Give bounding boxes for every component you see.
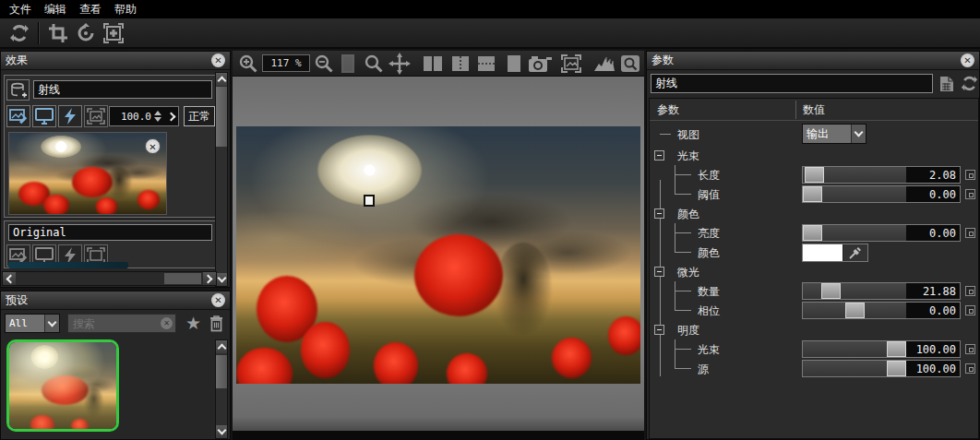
scroll-down-icon[interactable]: [216, 273, 227, 286]
length-slider[interactable]: 2.08: [802, 166, 961, 184]
scrollbar-thumb[interactable]: [216, 355, 227, 388]
collapse-icon[interactable]: [654, 150, 664, 161]
blend-mode-select[interactable]: 正常: [184, 106, 215, 126]
preview-image-icon[interactable]: [559, 53, 583, 75]
source-luminance-slider[interactable]: 100.00: [802, 360, 961, 377]
amount-slider[interactable]: 21.88: [802, 282, 961, 300]
star-icon[interactable]: ★: [185, 315, 201, 332]
effect-name-field[interactable]: [33, 80, 212, 99]
menu-view[interactable]: 查看: [79, 2, 102, 18]
close-icon[interactable]: ✕: [211, 54, 225, 67]
keyframe-icon[interactable]: [965, 305, 975, 315]
zoom-in-icon[interactable]: [236, 53, 260, 75]
sync-icon[interactable]: [6, 20, 33, 46]
keyframe-icon[interactable]: [965, 228, 975, 238]
beam-luminance-slider[interactable]: 100.00: [802, 340, 961, 358]
expand-fit-icon[interactable]: [100, 20, 127, 46]
rotate-icon[interactable]: [72, 20, 100, 46]
effect-thumbnail[interactable]: ✕: [8, 132, 167, 215]
preview-area: 117 %: [233, 51, 644, 440]
threshold-slider[interactable]: 0.00: [802, 185, 961, 203]
slider-thumb[interactable]: [887, 361, 906, 376]
split-horizontal-icon[interactable]: [474, 53, 498, 75]
slider-thumb[interactable]: [887, 341, 906, 357]
scrollbar-thumb[interactable]: [164, 273, 201, 284]
spinner-arrows-icon[interactable]: [154, 111, 161, 122]
clear-search-icon[interactable]: ✕: [161, 317, 173, 329]
refresh-icon[interactable]: [959, 74, 979, 93]
color-picker[interactable]: [802, 244, 868, 262]
chevron-down-icon: [851, 125, 866, 143]
zoom-actual-icon[interactable]: [362, 53, 386, 75]
color-swatch[interactable]: [803, 244, 843, 261]
collapse-icon[interactable]: [654, 208, 664, 219]
image-edit-icon[interactable]: [6, 105, 30, 127]
scroll-left-icon[interactable]: [3, 272, 16, 285]
trash-icon[interactable]: [209, 315, 224, 332]
keyframe-icon[interactable]: [965, 286, 975, 296]
chevron-down-icon: [44, 315, 59, 332]
view-mode-dropdown[interactable]: 输出: [802, 124, 866, 144]
menu-help[interactable]: 帮助: [114, 2, 137, 18]
main-photo[interactable]: [236, 126, 640, 384]
slider-thumb[interactable]: [803, 225, 822, 241]
compare-icon[interactable]: [421, 53, 445, 75]
keyframe-icon[interactable]: [965, 344, 975, 354]
slider-thumb[interactable]: [803, 186, 822, 202]
remove-effect-icon[interactable]: ✕: [145, 138, 161, 154]
monitor-icon[interactable]: [32, 105, 56, 127]
param-row-amount: 数量 21.88: [650, 281, 978, 301]
histogram-icon[interactable]: [592, 53, 616, 75]
brightness-slider[interactable]: 0.00: [802, 224, 961, 242]
close-icon[interactable]: ✕: [961, 54, 974, 67]
slider-thumb[interactable]: [821, 283, 841, 299]
param-row-length: 长度 2.08: [650, 165, 978, 184]
navigator-icon[interactable]: [618, 53, 642, 75]
slider-value: 2.08: [906, 167, 960, 183]
image-canvas[interactable]: [233, 77, 644, 431]
effects-vertical-scrollbar[interactable]: [215, 72, 228, 287]
lightning-icon[interactable]: [58, 105, 82, 127]
phase-slider[interactable]: 0.00: [802, 302, 961, 319]
scroll-up-icon[interactable]: [216, 73, 227, 86]
param-group-luminance: 明度: [650, 320, 978, 339]
slider-thumb[interactable]: [845, 303, 865, 318]
keyframe-icon[interactable]: [965, 189, 975, 199]
keyframe-icon[interactable]: [965, 363, 975, 374]
menu-edit[interactable]: 编辑: [44, 2, 66, 18]
slider-thumb[interactable]: [805, 167, 824, 183]
scroll-up-icon[interactable]: [216, 340, 227, 353]
add-effect-icon[interactable]: [6, 79, 30, 101]
menu-file[interactable]: 文件: [9, 2, 31, 18]
effect-item-rays[interactable]: 100.0 正常 ✕: [4, 75, 216, 218]
expand-right-icon[interactable]: [167, 112, 176, 121]
opacity-spinner[interactable]: 100.0: [109, 106, 179, 126]
snapshot-icon[interactable]: [528, 53, 552, 75]
zoom-level-field[interactable]: 117 %: [262, 54, 310, 72]
preset-filter-dropdown[interactable]: All: [5, 314, 60, 333]
presets-panel: 预设 ✕ All ✕ ★: [0, 291, 231, 440]
split-vertical-icon[interactable]: [448, 53, 472, 75]
preset-item[interactable]: [6, 339, 119, 432]
frame-image-icon[interactable]: [84, 105, 108, 127]
fit-window-icon[interactable]: [338, 53, 362, 75]
scroll-down-icon[interactable]: [216, 425, 227, 438]
pan-icon[interactable]: [388, 53, 412, 75]
crop-icon[interactable]: [44, 20, 72, 46]
collapse-icon[interactable]: [654, 325, 664, 335]
group-label: 颜色: [677, 207, 699, 222]
close-icon[interactable]: ✕: [211, 293, 225, 307]
document-icon[interactable]: [937, 74, 957, 93]
keyframe-icon[interactable]: [965, 170, 975, 180]
scrollbar-thumb[interactable]: [216, 87, 227, 147]
effects-horizontal-scrollbar[interactable]: [2, 271, 217, 286]
presets-vertical-scrollbar[interactable]: [215, 339, 228, 439]
param-effect-name-field[interactable]: [651, 74, 933, 93]
single-view-icon[interactable]: [502, 53, 526, 75]
collapse-icon[interactable]: [654, 267, 664, 277]
eyedropper-icon[interactable]: [843, 244, 867, 261]
light-source-marker[interactable]: [364, 195, 375, 207]
zoom-out-icon[interactable]: [312, 53, 336, 75]
scroll-right-icon[interactable]: [203, 272, 216, 285]
params-table-header: 参数 数值: [650, 99, 978, 121]
